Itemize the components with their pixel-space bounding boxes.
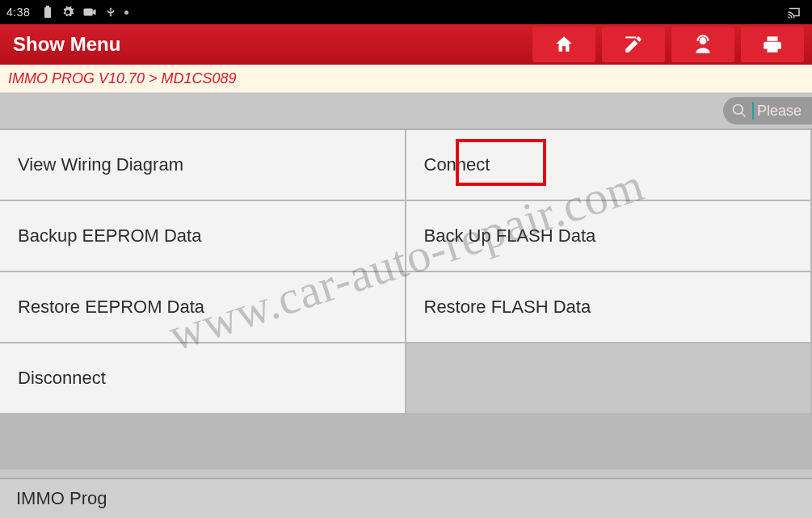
breadcrumb: IMMO PROG V10.70 > MD1CS089 <box>0 65 812 93</box>
footer-label: IMMO Prog <box>16 488 107 509</box>
menu-item-restore-eeprom-data[interactable]: Restore EEPROM Data <box>0 272 406 343</box>
page-title: Show Menu <box>0 33 529 56</box>
status-dot-icon <box>124 11 128 15</box>
menu-label: Restore EEPROM Data <box>18 297 204 318</box>
support-button[interactable] <box>671 27 734 62</box>
menu-item-empty <box>406 343 813 415</box>
svg-point-4 <box>700 37 707 44</box>
app-header: Show Menu <box>0 24 812 65</box>
search-placeholder: Please <box>757 103 801 120</box>
menu-label: Disconnect <box>18 368 106 389</box>
cast-icon <box>787 6 801 19</box>
menu-label: View Wiring Diagram <box>18 154 183 175</box>
menu-item-connect[interactable]: Connect <box>406 130 813 201</box>
menu-item-backup-eeprom-data[interactable]: Backup EEPROM Data <box>0 201 406 272</box>
text-caret <box>752 102 754 120</box>
menu-grid: View Wiring Diagram Connect Backup EEPRO… <box>0 130 812 415</box>
search-input[interactable]: Please <box>723 97 812 124</box>
search-icon <box>731 103 747 119</box>
svg-rect-2 <box>84 9 93 16</box>
battery-icon <box>42 6 53 19</box>
svg-line-6 <box>742 113 746 117</box>
menu-label: Backup EEPROM Data <box>18 225 201 246</box>
svg-rect-1 <box>46 6 49 7</box>
footer-bar: IMMO Prog <box>0 478 812 518</box>
support-icon <box>692 34 713 55</box>
menu-item-view-wiring-diagram[interactable]: View Wiring Diagram <box>0 130 406 201</box>
svg-rect-0 <box>44 7 51 18</box>
menu-item-restore-flash-data[interactable]: Restore FLASH Data <box>406 272 813 343</box>
home-icon <box>553 34 574 55</box>
edit-icon <box>623 34 644 55</box>
svg-rect-3 <box>625 36 636 38</box>
menu-label: Restore FLASH Data <box>424 297 591 318</box>
usb-icon <box>105 6 116 19</box>
clock: 4:38 <box>6 6 30 19</box>
print-icon <box>762 34 783 55</box>
spacer <box>0 415 812 470</box>
gear-icon <box>61 6 74 19</box>
menu-label: Back Up FLASH Data <box>424 225 596 246</box>
menu-item-backup-flash-data[interactable]: Back Up FLASH Data <box>406 201 813 272</box>
toolbar-row: Please <box>0 93 812 130</box>
home-button[interactable] <box>532 27 595 62</box>
edit-button[interactable] <box>602 27 665 62</box>
camera-icon <box>82 6 97 18</box>
print-button[interactable] <box>741 27 804 62</box>
android-status-bar: 4:38 <box>0 0 812 24</box>
svg-point-5 <box>734 105 743 115</box>
menu-item-disconnect[interactable]: Disconnect <box>0 343 406 415</box>
menu-label: Connect <box>424 154 490 175</box>
